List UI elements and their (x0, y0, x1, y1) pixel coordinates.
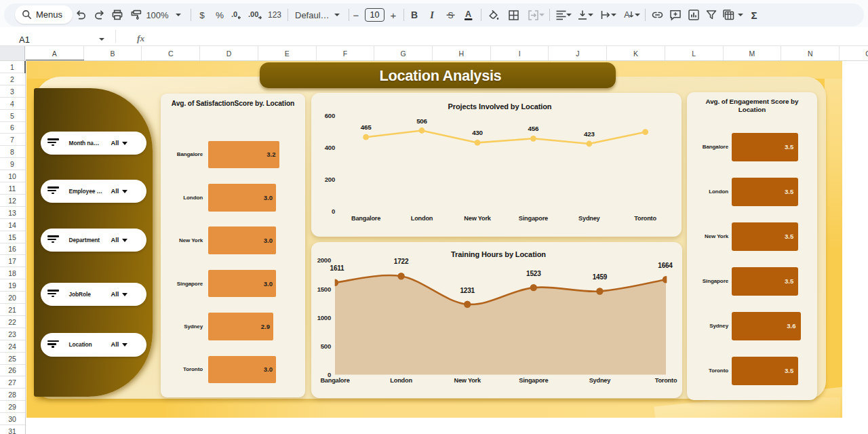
svg-text:456: 456 (528, 125, 539, 132)
svg-text:.00: .00 (248, 10, 258, 18)
svg-text:1459: 1459 (593, 273, 608, 281)
svg-text:1722: 1722 (394, 258, 409, 265)
svg-text:0: 0 (332, 207, 335, 214)
svg-text:430: 430 (472, 129, 483, 136)
svg-text:400: 400 (325, 143, 335, 151)
svg-text:200: 200 (325, 175, 335, 182)
svg-text:New York: New York (454, 377, 481, 384)
svg-text:.0: .0 (231, 10, 237, 18)
svg-text:Toronto: Toronto (634, 214, 656, 221)
svg-text:423: 423 (584, 130, 595, 138)
svg-text:Sydney: Sydney (589, 377, 612, 384)
svg-text:2000: 2000 (317, 256, 331, 264)
svg-text:Bangalore: Bangalore (351, 214, 380, 221)
svg-text:Training Hours by Location: Training Hours by Location (451, 250, 546, 258)
svg-text:1500: 1500 (317, 285, 331, 292)
svg-text:New York: New York (464, 214, 492, 221)
svg-text:465: 465 (361, 123, 372, 131)
svg-text:London: London (411, 214, 433, 221)
svg-text:Toronto: Toronto (655, 377, 677, 384)
svg-text:Projects Involved by Location: Projects Involved by Location (448, 102, 552, 111)
svg-text:506: 506 (416, 117, 427, 124)
svg-text:A: A (624, 10, 630, 20)
svg-text:1611: 1611 (330, 264, 345, 272)
svg-text:1523: 1523 (526, 270, 541, 277)
svg-text:1231: 1231 (460, 286, 475, 294)
svg-text:Sydney: Sydney (578, 214, 601, 221)
svg-text:Singapore: Singapore (519, 377, 548, 384)
svg-text:A: A (465, 9, 471, 19)
svg-text:600: 600 (325, 112, 335, 119)
svg-text:Singapore: Singapore (519, 214, 548, 221)
svg-text:1664: 1664 (658, 261, 673, 269)
svg-text:500: 500 (321, 342, 331, 349)
svg-text:1000: 1000 (317, 313, 331, 321)
svg-text:Bangalore: Bangalore (320, 377, 349, 384)
svg-text:London: London (390, 377, 412, 384)
